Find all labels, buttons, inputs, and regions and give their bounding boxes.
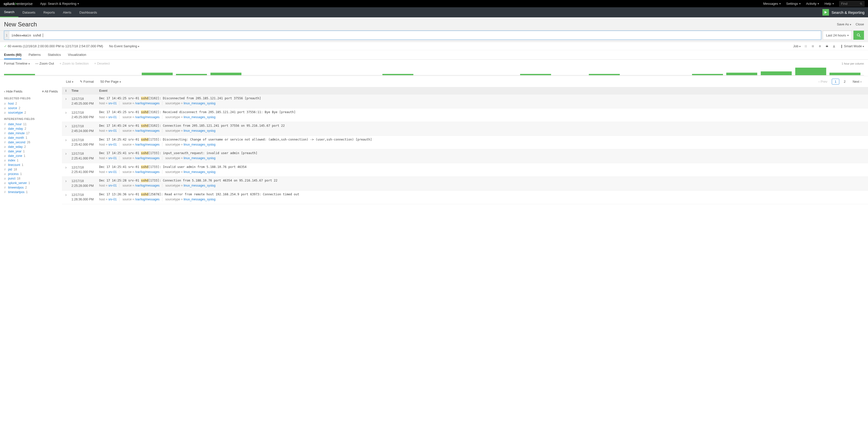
field-punct[interactable]: apunct18: [4, 176, 58, 181]
meta-source[interactable]: /var/log/messages: [135, 129, 159, 133]
meta-sourcetype[interactable]: linux_messages_syslog: [184, 170, 216, 174]
event-sampling[interactable]: No Event Sampling: [109, 44, 139, 48]
tab-statistics[interactable]: Statistics: [48, 50, 61, 59]
app-brand[interactable]: Search & Reporting: [823, 9, 868, 15]
field-date_zone[interactable]: adate_zone1: [4, 153, 58, 158]
event-raw[interactable]: Dec 17 13:26:36 srv-01 sshd[25878]: Read…: [99, 193, 867, 196]
meta-source[interactable]: /var/log/messages: [135, 157, 159, 160]
nav-alerts[interactable]: Alerts: [59, 7, 75, 18]
field-date_mday[interactable]: #date_mday2: [4, 127, 58, 131]
meta-source[interactable]: /var/log/messages: [135, 184, 159, 187]
app-switcher[interactable]: App: Search & Reporting: [40, 2, 79, 5]
smart-mode[interactable]: ❙ Smart Mode: [839, 44, 864, 48]
help-menu[interactable]: Help: [825, 2, 834, 5]
expand-icon[interactable]: [62, 191, 70, 204]
event-timeline[interactable]: [4, 67, 864, 75]
meta-sourcetype[interactable]: linux_messages_syslog: [184, 198, 216, 201]
search-input[interactable]: 1 index=main sshd: [4, 31, 821, 40]
field-pid[interactable]: #pid18: [4, 167, 58, 172]
event-raw[interactable]: Dec 17 14:45:25 srv-01 sshd[3102]: Recei…: [99, 110, 867, 114]
field-timeendpos[interactable]: #timeendpos2: [4, 185, 58, 190]
meta-source[interactable]: /var/log/messages: [135, 143, 159, 146]
activity-menu[interactable]: Activity: [806, 2, 819, 5]
timeline-bar[interactable]: [726, 73, 757, 75]
pager-next[interactable]: Next ›: [850, 79, 864, 84]
job-menu[interactable]: Job: [793, 44, 801, 48]
messages-menu[interactable]: Messages: [763, 2, 781, 5]
expand-icon[interactable]: [62, 163, 70, 177]
expand-icon[interactable]: [62, 122, 70, 136]
field-source[interactable]: asource2: [4, 106, 58, 110]
meta-host[interactable]: srv-01: [108, 143, 117, 146]
expand-icon[interactable]: [62, 149, 70, 163]
pager-page-1[interactable]: 1: [832, 79, 839, 84]
timeline-bar[interactable]: [382, 74, 413, 75]
nav-reports[interactable]: Reports: [39, 7, 59, 18]
event-raw[interactable]: Dec 17 14:45:24 srv-01 sshd[3102]: Conne…: [99, 124, 867, 128]
tab-patterns[interactable]: Patterns: [28, 50, 40, 59]
event-raw[interactable]: Dec 17 14:45:25 srv-01 sshd[3102]: Disco…: [99, 97, 867, 100]
meta-source[interactable]: /var/log/messages: [135, 170, 159, 174]
zoom-out[interactable]: — Zoom Out: [35, 62, 54, 65]
save-as-button[interactable]: Save As: [837, 22, 851, 26]
timeline-bar[interactable]: [830, 73, 861, 75]
event-raw[interactable]: Dec 17 14:25:42 srv-01 sshd[1733]: Disco…: [99, 138, 867, 141]
meta-host[interactable]: srv-01: [108, 129, 117, 133]
stop-icon[interactable]: [811, 44, 815, 48]
meta-source[interactable]: /var/log/messages: [135, 102, 159, 105]
field-date_minute[interactable]: #date_minute17: [4, 131, 58, 136]
share-icon[interactable]: [818, 44, 822, 48]
format-timeline[interactable]: Format Timeline: [4, 62, 30, 65]
meta-sourcetype[interactable]: linux_messages_syslog: [184, 143, 216, 146]
timeline-bar[interactable]: [692, 74, 723, 75]
meta-host[interactable]: srv-01: [108, 184, 117, 187]
meta-host[interactable]: srv-01: [108, 115, 117, 119]
global-find-input[interactable]: Find: [839, 1, 865, 6]
meta-sourcetype[interactable]: linux_messages_syslog: [184, 129, 216, 133]
timeline-bar[interactable]: [142, 73, 173, 75]
pager-page-2[interactable]: 2: [841, 79, 848, 84]
field-date_second[interactable]: #date_second26: [4, 140, 58, 144]
meta-sourcetype[interactable]: linux_messages_syslog: [184, 184, 216, 187]
export-icon[interactable]: [832, 44, 836, 48]
field-process[interactable]: aprocess1: [4, 172, 58, 176]
list-view-picker[interactable]: List: [66, 80, 73, 83]
col-time[interactable]: Time: [70, 87, 98, 95]
col-info[interactable]: i: [62, 87, 70, 95]
field-date_year[interactable]: #date_year1: [4, 149, 58, 153]
close-button[interactable]: Close: [856, 22, 864, 26]
field-date_wday[interactable]: adate_wday2: [4, 144, 58, 149]
timeline-bar[interactable]: [761, 71, 792, 75]
meta-sourcetype[interactable]: linux_messages_syslog: [184, 157, 216, 160]
event-raw[interactable]: Dec 17 14:25:28 srv-01 sshd[1733]: Conne…: [99, 179, 867, 182]
field-index[interactable]: aindex1: [4, 158, 58, 163]
meta-source[interactable]: /var/log/messages: [135, 115, 159, 119]
field-splunk_server[interactable]: asplunk_server1: [4, 181, 58, 185]
expand-icon[interactable]: [62, 95, 70, 108]
timeline-bar[interactable]: [520, 74, 551, 75]
event-raw[interactable]: Dec 17 14:25:41 srv-01 sshd[1733]: Inval…: [99, 165, 867, 169]
timeline-bar[interactable]: [211, 73, 241, 75]
field-date_month[interactable]: adate_month1: [4, 136, 58, 140]
meta-source[interactable]: /var/log/messages: [135, 198, 159, 201]
expand-icon[interactable]: [62, 136, 70, 149]
search-button[interactable]: [854, 31, 864, 40]
pause-icon[interactable]: [804, 44, 808, 48]
meta-host[interactable]: srv-01: [108, 170, 117, 174]
all-fields[interactable]: ≡ All Fields: [42, 90, 58, 93]
expand-icon[interactable]: [62, 108, 70, 122]
timeline-bar[interactable]: [795, 68, 826, 75]
meta-host[interactable]: srv-01: [108, 157, 117, 160]
meta-host[interactable]: srv-01: [108, 102, 117, 105]
timeline-bar[interactable]: [4, 74, 35, 75]
print-icon[interactable]: [825, 44, 829, 48]
hide-fields[interactable]: ‹ Hide Fields: [4, 90, 22, 93]
nav-datasets[interactable]: Datasets: [19, 7, 39, 18]
field-linecount[interactable]: #linecount1: [4, 163, 58, 167]
meta-sourcetype[interactable]: linux_messages_syslog: [184, 102, 216, 105]
col-event[interactable]: Event: [98, 87, 868, 95]
nav-search[interactable]: Search: [0, 7, 19, 18]
meta-host[interactable]: srv-01: [108, 198, 117, 201]
time-range-picker[interactable]: Last 24 hours: [823, 31, 852, 40]
field-sourcetype[interactable]: asourcetype2: [4, 110, 58, 115]
